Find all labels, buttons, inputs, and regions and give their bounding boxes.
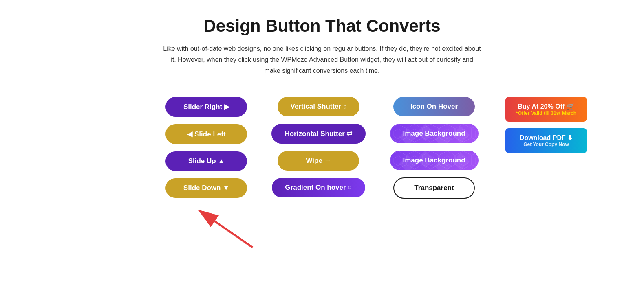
- icon-on-hover-button[interactable]: Icon On Hover: [393, 97, 475, 116]
- slide-up-button[interactable]: Slide Up ▲: [165, 151, 247, 171]
- red-arrow-icon: [187, 203, 261, 252]
- download-button-main-text: Download PDF ⬇: [514, 134, 578, 142]
- svg-line-1: [200, 211, 253, 247]
- button-column-1: Slider Right ▶ ◀ Slide Left Slide Up ▲ S…: [165, 97, 247, 198]
- download-button-sub-text: Get Your Copy Now: [514, 142, 578, 147]
- button-column-2: Vertical Shutter ↕ Horizontal Shutter ⇄ …: [271, 97, 365, 197]
- slide-left-button[interactable]: ◀ Slide Left: [165, 124, 247, 144]
- buy-button[interactable]: Buy At 20% Off 🛒 *Offer Valid till 31st …: [505, 97, 587, 122]
- slider-right-button[interactable]: Slider Right ▶: [165, 97, 247, 117]
- buy-button-sub-text: *Offer Valid till 31st March: [514, 110, 578, 116]
- buy-button-main-text: Buy At 20% Off 🛒: [514, 103, 578, 110]
- button-column-3: Icon On Hover Image Background Image Bac…: [390, 97, 479, 199]
- slide-down-button[interactable]: Slide Down ▼: [165, 178, 247, 198]
- transparent-button[interactable]: Transparent: [393, 177, 475, 199]
- image-background-button-1[interactable]: Image Background: [390, 124, 479, 143]
- download-button[interactable]: Download PDF ⬇ Get Your Copy Now: [505, 128, 587, 153]
- side-ctas-panel: Buy At 20% Off 🛒 *Offer Valid till 31st …: [505, 97, 587, 153]
- page-subtitle: Like with out-of-date web designs, no on…: [163, 43, 481, 77]
- page-title: Design Button That Converts: [203, 16, 440, 36]
- horizontal-shutter-button[interactable]: Horizontal Shutter ⇄: [271, 124, 365, 144]
- wipe-button[interactable]: Wipe →: [278, 151, 359, 171]
- gradient-on-hover-button[interactable]: Gradient On hover ○: [272, 178, 365, 197]
- image-background-button-2[interactable]: Image Background: [390, 151, 479, 170]
- vertical-shutter-button[interactable]: Vertical Shutter ↕: [278, 97, 360, 116]
